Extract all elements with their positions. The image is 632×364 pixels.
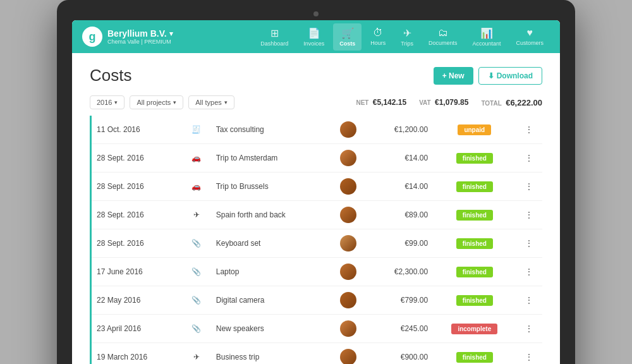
more-menu-cell[interactable]: ⋮ — [516, 173, 543, 201]
table-row[interactable]: 17 June 2016📎Laptop€2,300.00finished⋮ — [91, 258, 543, 286]
more-menu-cell[interactable]: ⋮ — [516, 144, 543, 173]
more-menu-cell[interactable]: ⋮ — [516, 229, 543, 258]
nav-dashboard[interactable]: ⊞ Dashboard — [254, 23, 295, 51]
nav-documents[interactable]: 🗂 Documents — [422, 23, 464, 50]
customers-icon: ♥ — [526, 27, 533, 39]
avatar — [340, 292, 356, 308]
new-button[interactable]: + New — [434, 67, 473, 85]
type-icon-cell: 📎 — [182, 286, 211, 315]
page-content: Costs + New ⬇ Download 2016 ▾ — [72, 53, 560, 364]
status-badge: finished — [456, 181, 493, 192]
date-cell: 28 Sept. 2016 — [91, 201, 182, 229]
header-actions: + New ⬇ Download — [434, 67, 542, 85]
description-cell: Trip to Brussels — [211, 173, 329, 201]
status-cell: unpaid — [433, 116, 516, 144]
status-cell: finished — [433, 144, 516, 173]
status-badge: finished — [456, 352, 493, 363]
status-cell: incomplete — [433, 315, 516, 343]
hours-icon: ⏱ — [373, 27, 383, 39]
date-cell: 28 Sept. 2016 — [91, 173, 182, 201]
avatar — [340, 349, 356, 364]
more-menu-cell[interactable]: ⋮ — [516, 315, 543, 343]
filters-row: 2016 ▾ All projects ▾ All types ▾ NET — [90, 95, 542, 109]
description-cell: Spain forth and back — [211, 201, 329, 229]
company-subtitle: Chema Valle | PREMIUM — [107, 39, 173, 45]
company-name[interactable]: Beryllium B.V. ▾ — [107, 28, 173, 39]
status-cell: finished — [433, 258, 516, 286]
avatar — [340, 320, 356, 337]
type-icon-cell: 🧾 — [182, 116, 211, 144]
chevron-down-icon: ▾ — [224, 99, 228, 106]
more-menu-cell[interactable]: ⋮ — [516, 116, 543, 144]
app-logo-icon: g — [82, 27, 102, 47]
date-cell: 11 Oct. 2016 — [91, 116, 182, 144]
description-cell: New speakers — [211, 315, 329, 343]
costs-table: 11 Oct. 2016🧾Tax consulting€1,200.00unpa… — [90, 116, 542, 364]
amount-cell: €99.00 — [368, 229, 433, 258]
avatar-cell — [329, 173, 368, 201]
table-row[interactable]: 22 May 2016📎Digital camera€799.00finishe… — [91, 286, 543, 315]
avatar-cell — [329, 286, 368, 315]
amount-cell: €14.00 — [368, 144, 433, 173]
year-filter[interactable]: 2016 ▾ — [90, 95, 125, 109]
nav-costs[interactable]: 🛒 Costs — [333, 23, 362, 51]
documents-icon: 🗂 — [438, 27, 448, 39]
date-cell: 19 March 2016 — [91, 343, 182, 365]
status-badge: finished — [456, 295, 493, 306]
type-icon-cell: 🚗 — [182, 144, 211, 173]
more-menu-cell[interactable]: ⋮ — [516, 286, 543, 315]
avatar-cell — [329, 258, 368, 286]
description-cell: Digital camera — [211, 286, 329, 315]
avatar — [340, 235, 356, 252]
more-menu-cell[interactable]: ⋮ — [516, 343, 543, 365]
logo-area: g Beryllium B.V. ▾ Chema Valle | PREMIUM — [82, 27, 183, 47]
status-badge: finished — [456, 210, 493, 221]
status-badge: finished — [456, 238, 493, 249]
chevron-down-icon: ▾ — [114, 99, 118, 106]
status-cell: finished — [433, 229, 516, 258]
download-button[interactable]: ⬇ Download — [478, 67, 542, 85]
table-row[interactable]: 19 March 2016✈Business trip€900.00finish… — [91, 343, 543, 365]
amount-cell: €245.00 — [368, 315, 433, 343]
status-badge: unpaid — [458, 124, 491, 135]
nav-accountant[interactable]: 📊 Accountant — [466, 23, 507, 51]
types-filter[interactable]: All types ▾ — [188, 95, 234, 109]
summary-row: NET €5,142.15 VAT €1,079.85 TOTAL €6,222… — [356, 98, 542, 107]
amount-cell: €900.00 — [368, 343, 433, 365]
status-badge: finished — [456, 267, 493, 277]
chevron-down-icon: ▾ — [173, 99, 176, 106]
amount-cell: €14.00 — [368, 173, 433, 201]
table-row[interactable]: 28 Sept. 2016🚗Trip to Brussels€14.00fini… — [91, 173, 543, 201]
camera-dot — [313, 11, 319, 16]
avatar — [340, 121, 356, 138]
table-row[interactable]: 28 Sept. 2016🚗Trip to Amsterdam€14.00fin… — [91, 144, 543, 173]
table-row[interactable]: 23 April 2016📎New speakers€245.00incompl… — [91, 315, 543, 343]
type-icon-cell: 📎 — [182, 229, 211, 258]
description-cell: Keyboard set — [211, 229, 329, 258]
projects-filter[interactable]: All projects ▾ — [130, 95, 183, 109]
more-menu-cell[interactable]: ⋮ — [516, 201, 543, 229]
table-row[interactable]: 11 Oct. 2016🧾Tax consulting€1,200.00unpa… — [91, 116, 543, 144]
table-row[interactable]: 28 Sept. 2016✈Spain forth and back€89.00… — [91, 201, 543, 229]
more-menu-cell[interactable]: ⋮ — [516, 258, 543, 286]
status-cell: finished — [433, 343, 516, 365]
date-cell: 28 Sept. 2016 — [91, 144, 182, 173]
amount-cell: €89.00 — [368, 201, 433, 229]
type-icon-cell: 📎 — [182, 258, 211, 286]
avatar — [340, 264, 356, 280]
avatar-cell — [329, 144, 368, 173]
nav-hours[interactable]: ⏱ Hours — [364, 23, 392, 50]
nav-customers[interactable]: ♥ Customers — [509, 23, 550, 50]
avatar-cell — [329, 315, 368, 343]
nav-invoices[interactable]: 📄 Invoices — [297, 23, 331, 51]
invoices-icon: 📄 — [308, 27, 320, 39]
company-info: Beryllium B.V. ▾ Chema Valle | PREMIUM — [107, 28, 173, 45]
date-cell: 17 June 2016 — [91, 258, 182, 286]
nav-trips[interactable]: ✈ Trips — [394, 23, 420, 51]
type-icon-cell: ✈ — [182, 343, 211, 365]
net-summary: NET €5,142.15 — [356, 98, 406, 107]
avatar — [340, 207, 356, 223]
amount-cell: €1,200.00 — [368, 116, 433, 144]
table-row[interactable]: 28 Sept. 2016📎Keyboard set€99.00finished… — [91, 229, 543, 258]
avatar-cell — [329, 343, 368, 365]
